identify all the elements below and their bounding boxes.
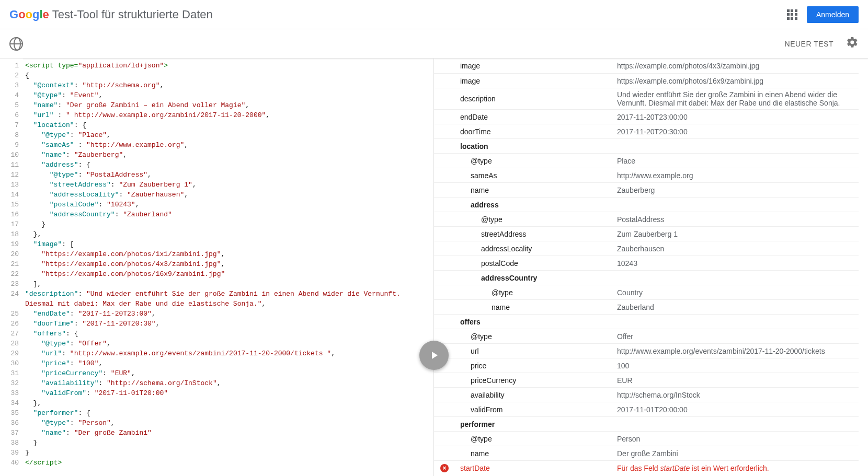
code-line[interactable]: "performer": { xyxy=(25,408,431,418)
code-line[interactable]: "@type": "Person", xyxy=(25,418,431,428)
code-line[interactable]: </script> xyxy=(25,458,431,468)
result-value: 2017-11-01T20:00:00 xyxy=(617,405,859,414)
code-line[interactable]: "postalCode": "10243", xyxy=(25,200,431,210)
code-line[interactable]: "price": "100", xyxy=(25,358,431,368)
result-row[interactable]: nameZauberland xyxy=(434,299,859,314)
code-line[interactable]: "address": { xyxy=(25,160,431,170)
result-row[interactable]: location xyxy=(434,138,859,153)
code-line[interactable]: "addressLocality": "Zauberhausen", xyxy=(25,190,431,200)
result-key: image xyxy=(439,62,617,70)
result-row[interactable]: address xyxy=(434,197,859,212)
result-key: startDate xyxy=(439,464,617,472)
line-number: 30 xyxy=(0,358,19,368)
globe-icon[interactable] xyxy=(9,37,23,51)
result-key: addressCountry xyxy=(439,274,617,282)
code-line[interactable]: }, xyxy=(25,398,431,408)
code-line[interactable]: "@type": "Offer", xyxy=(25,339,431,349)
code-line[interactable]: "description": "Und wieder entführt Sie … xyxy=(25,289,431,309)
result-value: Zauberland xyxy=(617,303,859,311)
line-number: 12 xyxy=(0,170,19,180)
code-line[interactable]: "name": "Der große Zambini" xyxy=(25,428,431,438)
code-line[interactable]: }, xyxy=(25,229,431,239)
result-row[interactable]: postalCode10243 xyxy=(434,256,859,270)
code-line[interactable]: "addressCountry": "Zauberland" xyxy=(25,210,431,219)
result-row[interactable]: imagehttps://example.com/photos/16x9/zam… xyxy=(434,73,859,88)
result-row[interactable]: @typeOffer xyxy=(434,329,859,343)
code-line[interactable]: "streetAddress": "Zum Zauberberg 1", xyxy=(25,180,431,190)
result-row[interactable]: nameDer große Zambini xyxy=(434,446,859,460)
code-line[interactable]: "priceCurrency": "EUR", xyxy=(25,368,431,378)
code-line[interactable]: "@type": "Place", xyxy=(25,130,431,140)
code-line[interactable]: ], xyxy=(25,279,431,289)
result-key: name xyxy=(439,303,617,311)
code-line[interactable]: } xyxy=(25,448,431,458)
code-line[interactable]: "name": "Zauberberg", xyxy=(25,150,431,160)
result-row[interactable]: @typePerson xyxy=(434,431,859,446)
line-number: 37 xyxy=(0,428,19,438)
result-key: url xyxy=(439,347,617,355)
code-line[interactable]: "doorTime": "2017-11-20T20:30", xyxy=(25,319,431,329)
line-number: 6 xyxy=(0,110,19,120)
code-line[interactable]: "@context": "http://schema.org", xyxy=(25,80,431,90)
code-line[interactable]: "offers": { xyxy=(25,329,431,339)
apps-icon[interactable] xyxy=(787,9,797,20)
code-line[interactable]: "name": "Der große Zambini – ein Abend v… xyxy=(25,100,431,110)
code-line[interactable]: } xyxy=(25,219,431,229)
result-row[interactable]: nameZauberberg xyxy=(434,182,859,197)
code-body[interactable]: <script type="application/ld+json">{ "@c… xyxy=(23,59,433,476)
result-row[interactable]: priceCurrencyEUR xyxy=(434,373,859,387)
result-row[interactable]: offers xyxy=(434,314,859,329)
code-line[interactable]: } xyxy=(25,438,431,448)
line-number: 35 xyxy=(0,408,19,418)
code-line[interactable]: "url" : " http://www.example.org/zambini… xyxy=(25,110,431,120)
result-row[interactable]: performer xyxy=(434,416,859,431)
code-line[interactable]: "@type": "Event", xyxy=(25,90,431,100)
code-line[interactable]: "@type": "PostalAddress", xyxy=(25,170,431,180)
result-row[interactable]: endDate2017-11-20T23:00:00 xyxy=(434,109,859,124)
result-key: streetAddress xyxy=(439,230,617,238)
result-row[interactable]: doorTime2017-11-20T20:30:00 xyxy=(434,124,859,138)
line-number: 8 xyxy=(0,130,19,140)
result-value: Zauberberg xyxy=(617,186,859,194)
code-line[interactable]: "endDate": "2017-11-20T23:00", xyxy=(25,309,431,319)
result-row[interactable]: price100 xyxy=(434,358,859,373)
code-line[interactable]: "availability": "http://schema.org/InSto… xyxy=(25,378,431,388)
result-key: priceCurrency xyxy=(439,376,617,385)
code-editor[interactable]: 1234567891011121314151617181920212223242… xyxy=(0,59,434,476)
result-error-row[interactable]: startDateFür das Feld startDate ist ein … xyxy=(434,460,859,475)
code-line[interactable]: "validFrom": "2017-11-01T20:00" xyxy=(25,388,431,398)
signin-button[interactable]: Anmelden xyxy=(807,6,859,23)
result-value: https://example.com/photos/16x9/zambini.… xyxy=(617,77,859,85)
new-test-button[interactable]: NEUER TEST xyxy=(785,40,833,48)
code-line[interactable]: "https://example.com/photos/4x3/zambini.… xyxy=(25,259,431,269)
error-badge-icon xyxy=(440,464,449,472)
result-row[interactable]: @typeCountry xyxy=(434,285,859,299)
result-row[interactable]: availabilityhttp://schema.org/InStock xyxy=(434,387,859,402)
result-row[interactable]: addressLocalityZauberhausen xyxy=(434,241,859,256)
code-line[interactable]: "location": { xyxy=(25,120,431,130)
result-row[interactable]: @typePostalAddress xyxy=(434,212,859,226)
code-line[interactable]: "https://example.com/photos/1x1/zambini.… xyxy=(25,249,431,259)
result-row[interactable]: addressCountry xyxy=(434,270,859,285)
run-button[interactable] xyxy=(419,341,449,370)
line-number: 28 xyxy=(0,339,19,349)
result-key: name xyxy=(439,186,617,194)
result-row[interactable]: validFrom2017-11-01T20:00:00 xyxy=(434,402,859,416)
result-value: Country xyxy=(617,288,859,297)
code-line[interactable]: "url": "http://www.example.org/events/za… xyxy=(25,349,431,358)
code-line[interactable]: { xyxy=(25,71,431,80)
result-row[interactable]: urlhttp://www.example.org/events/zambini… xyxy=(434,343,859,358)
result-key: image xyxy=(439,77,617,85)
code-line[interactable]: "image": [ xyxy=(25,239,431,249)
code-line[interactable]: "sameAs" : "http://www.example.org", xyxy=(25,140,431,150)
code-line[interactable]: <script type="application/ld+json"> xyxy=(25,61,431,71)
result-row[interactable]: sameAshttp://www.example.org xyxy=(434,168,859,182)
results-panel[interactable]: imagehttps://example.com/photos/4x3/zamb… xyxy=(434,59,868,476)
result-row[interactable]: streetAddressZum Zauberberg 1 xyxy=(434,226,859,241)
result-value: Place xyxy=(617,157,859,165)
result-row[interactable]: @typePlace xyxy=(434,153,859,168)
gear-icon[interactable] xyxy=(846,36,859,52)
result-row[interactable]: descriptionUnd wieder entführt Sie der g… xyxy=(434,88,859,109)
result-row[interactable]: imagehttps://example.com/photos/4x3/zamb… xyxy=(434,59,859,73)
code-line[interactable]: "https://example.com/photos/16x9/zambini… xyxy=(25,269,431,279)
